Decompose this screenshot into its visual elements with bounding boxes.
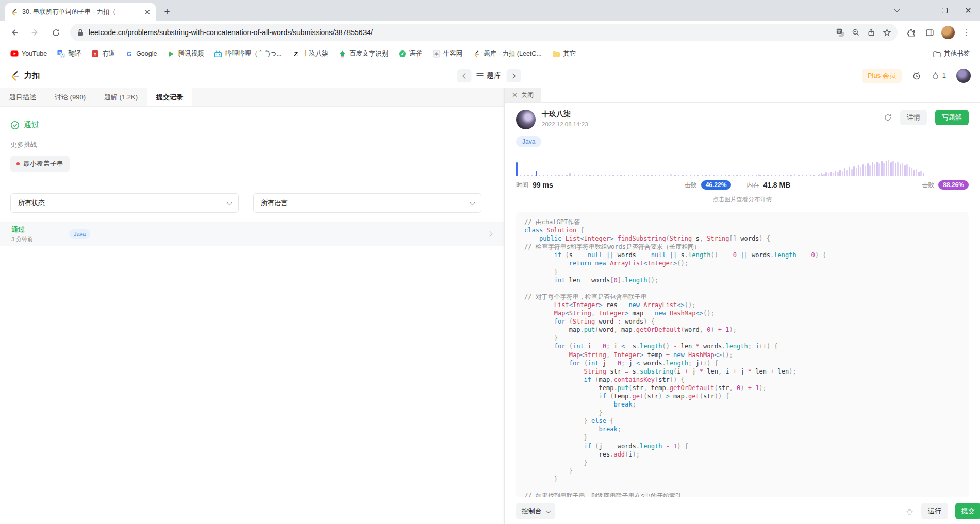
submit-button[interactable]: 提交: [955, 503, 980, 519]
timer-icon[interactable]: [912, 71, 921, 80]
console-toggle-button[interactable]: 控制台: [516, 503, 555, 519]
status-filter-select[interactable]: 所有状态: [10, 193, 239, 213]
window-maximize-button[interactable]: [933, 0, 956, 21]
memory-value: 41.8 MB: [763, 181, 790, 189]
bookmark-item[interactable]: 牛牛客网: [428, 47, 467, 60]
challenge-label: 最小覆盖子串: [23, 159, 63, 168]
bookmark-item[interactable]: 哔哩哔哩（ ˚- ˚)つ...: [210, 47, 286, 60]
chart-bar: [916, 169, 917, 176]
tab-题目描述[interactable]: 题目描述: [0, 88, 45, 106]
window-minimize-button[interactable]: —: [909, 0, 933, 21]
bookmark-item[interactable]: 题库 - 力扣 (LeetC...: [469, 47, 546, 60]
tab-讨论 (990)[interactable]: 讨论 (990): [45, 88, 95, 106]
browser-tab[interactable]: 30. 串联所有单词的子串 - 力扣（ ✕: [5, 3, 156, 21]
plus-member-button[interactable]: Plus 会员: [862, 69, 902, 83]
close-detail-tab[interactable]: ✕ 关闭: [505, 88, 541, 102]
problemset-link[interactable]: 题库: [476, 71, 501, 80]
chart-bar: [839, 170, 841, 176]
bookmark-item[interactable]: GGoogle: [121, 48, 161, 60]
nowcoder-icon: 牛: [433, 50, 440, 58]
chart-bar: [819, 174, 820, 176]
share-icon[interactable]: [863, 25, 879, 40]
bookmark-item[interactable]: 百度文字识别: [335, 47, 392, 60]
challenge-link[interactable]: 最小覆盖子串: [10, 156, 70, 172]
folder-icon: [933, 50, 941, 57]
problem-tabs: 题目描述讨论 (990)题解 (1.2K)提交记录: [0, 88, 504, 107]
chart-bar: [876, 162, 878, 176]
write-solution-button[interactable]: 写题解: [935, 110, 969, 125]
chart-bar: [569, 173, 571, 176]
tab-close-icon[interactable]: ✕: [144, 8, 151, 16]
chevron-down-icon: [546, 508, 551, 513]
chart-bar: [670, 174, 672, 176]
leetcode-logo[interactable]: 力扣: [9, 70, 40, 81]
url-text[interactable]: leetcode.cn/problems/substring-with-conc…: [89, 28, 833, 37]
tab-search-icon[interactable]: [885, 0, 909, 21]
next-problem-button[interactable]: [506, 69, 521, 82]
profile-avatar[interactable]: [940, 24, 956, 41]
difficulty-dot-icon: [16, 162, 20, 165]
submission-row[interactable]: 通过 3 分钟前 Java: [0, 222, 504, 246]
new-tab-button[interactable]: +: [160, 5, 174, 19]
runtime-distribution-chart[interactable]: [516, 155, 969, 176]
reload-button[interactable]: [47, 24, 64, 41]
translate-icon: 文A: [57, 50, 65, 58]
side-panel-icon[interactable]: [921, 24, 938, 41]
extensions-icon[interactable]: [903, 24, 919, 41]
user-avatar-header[interactable]: [956, 69, 971, 83]
bookmark-item[interactable]: 语雀: [394, 47, 426, 60]
prev-problem-button[interactable]: [457, 69, 471, 82]
code-block: // 由chatGPT作答 class Solution { public Li…: [524, 218, 960, 497]
chart-bar: [794, 174, 795, 176]
bookmark-label: 哔哩哔哩（ ˚- ˚)つ...: [225, 49, 281, 58]
run-button[interactable]: 运行: [921, 503, 948, 519]
debug-bug-icon[interactable]: [905, 507, 914, 516]
refresh-icon[interactable]: [884, 113, 892, 122]
bookmark-item[interactable]: Z十玖八柒: [288, 47, 333, 60]
chart-bar: [902, 163, 903, 176]
chart-bar: [892, 161, 894, 176]
tab-题解 (1.2K)[interactable]: 题解 (1.2K): [95, 88, 147, 106]
bookmark-item[interactable]: YouTube: [6, 47, 51, 60]
leetcode-icon: [473, 50, 480, 58]
code-viewer[interactable]: // 由chatGPT作答 class Solution { public Li…: [516, 212, 969, 497]
submitter-username[interactable]: 十玖八柒: [542, 110, 588, 119]
address-bar[interactable]: leetcode.cn/problems/substring-with-conc…: [70, 24, 898, 41]
window-close-button[interactable]: ✕: [956, 0, 980, 21]
other-bookmarks-folder[interactable]: 其他书签: [929, 47, 974, 60]
bookmark-item[interactable]: 其它: [548, 47, 580, 60]
tab-提交记录[interactable]: 提交记录: [147, 88, 192, 106]
language-filter-select[interactable]: 所有语言: [253, 193, 481, 213]
submission-row-status: 通过: [11, 225, 69, 234]
chart-bar: [846, 170, 848, 176]
translate-icon[interactable]: 文: [833, 25, 848, 40]
chart-bar: [923, 173, 924, 176]
bookmark-star-icon[interactable]: [879, 25, 894, 40]
tab-title: 30. 串联所有单词的子串 - 力扣（: [22, 8, 140, 16]
back-button[interactable]: [6, 24, 23, 41]
submitter-avatar[interactable]: [516, 110, 536, 129]
chart-bar: [835, 171, 836, 176]
chart-bar: [858, 165, 859, 176]
chart-bar: [909, 167, 910, 176]
time-value: 99 ms: [533, 181, 553, 189]
bookmark-item[interactable]: 文A翻译: [53, 47, 85, 60]
chart-bar: [881, 161, 883, 176]
details-button[interactable]: 详情: [900, 110, 927, 125]
streak-flame-icon[interactable]: [932, 71, 939, 80]
lock-icon[interactable]: [77, 29, 84, 36]
chart-hint: 点击图片查看分布详情: [516, 196, 969, 204]
chart-bar: [758, 174, 759, 176]
time-label: 时间: [516, 181, 528, 190]
bookmark-label: 百度文字识别: [350, 49, 388, 58]
zoom-icon[interactable]: [848, 25, 863, 40]
submission-date: 2022.12.08 14:23: [542, 121, 588, 127]
bookmarks-bar: YouTube文A翻译Y有道GGoogle腾讯视频哔哩哔哩（ ˚- ˚)つ...…: [0, 44, 980, 63]
bookmark-item[interactable]: 腾讯视频: [163, 47, 208, 60]
close-icon[interactable]: ✕: [512, 92, 518, 98]
chart-bar: [888, 160, 889, 176]
bookmark-item[interactable]: Y有道: [87, 47, 119, 60]
browser-menu-icon[interactable]: ⋮: [958, 24, 975, 41]
language-filter-value: 所有语言: [261, 198, 288, 208]
forward-button[interactable]: [26, 24, 44, 41]
